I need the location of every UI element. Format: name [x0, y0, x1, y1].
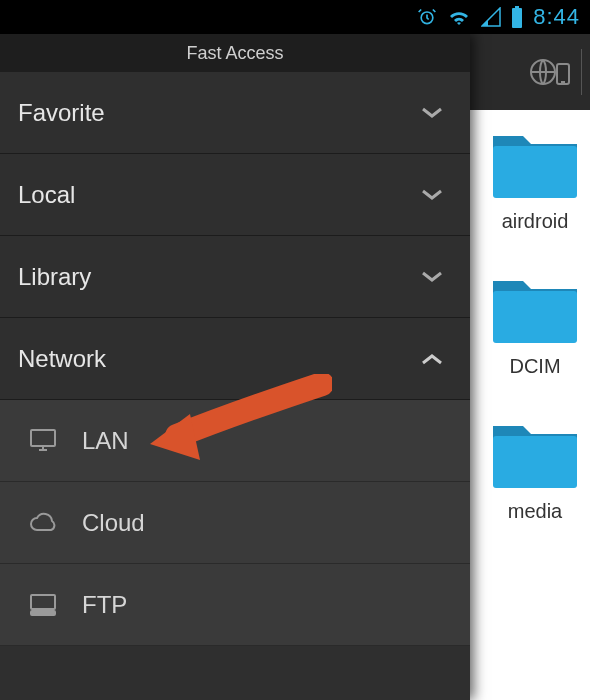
server-icon	[28, 593, 58, 617]
svg-rect-10	[31, 595, 55, 609]
subitem-label: FTP	[82, 591, 127, 619]
folder-icon	[489, 273, 581, 347]
wifi-icon	[447, 7, 471, 27]
subitem-lan[interactable]: LAN	[0, 400, 470, 482]
chevron-up-icon	[420, 352, 444, 366]
navigation-drawer: Fast Access Favorite Local Library Netwo…	[0, 34, 470, 700]
subitem-label: LAN	[82, 427, 129, 455]
svg-rect-6	[493, 146, 577, 198]
svg-rect-8	[493, 436, 577, 488]
section-label: Local	[18, 181, 75, 209]
section-local[interactable]: Local	[0, 154, 470, 236]
cloud-icon	[28, 512, 58, 534]
folder-label: airdroid	[502, 210, 569, 233]
header-divider	[581, 49, 582, 95]
section-network[interactable]: Network	[0, 318, 470, 400]
folder-icon	[489, 128, 581, 202]
svg-rect-2	[512, 8, 522, 28]
svg-rect-11	[31, 611, 55, 615]
status-time: 8:44	[533, 4, 580, 30]
chevron-down-icon	[420, 270, 444, 284]
alarm-icon	[417, 7, 437, 27]
folder-item[interactable]: airdroid	[480, 128, 590, 233]
section-label: Network	[18, 345, 106, 373]
folder-icon	[489, 418, 581, 492]
svg-rect-1	[515, 6, 519, 8]
folder-label: media	[508, 500, 562, 523]
folder-item[interactable]: DCIM	[480, 273, 590, 378]
folder-item[interactable]: media	[480, 418, 590, 523]
network-sublist: LAN Cloud FTP	[0, 400, 470, 646]
status-bar: 8:44	[0, 0, 590, 34]
section-label: Favorite	[18, 99, 105, 127]
section-favorite[interactable]: Favorite	[0, 72, 470, 154]
signal-icon	[481, 7, 501, 27]
monitor-icon	[28, 428, 58, 454]
section-label: Library	[18, 263, 91, 291]
subitem-cloud[interactable]: Cloud	[0, 482, 470, 564]
drawer-title: Fast Access	[0, 34, 470, 72]
subitem-ftp[interactable]: FTP	[0, 564, 470, 646]
globe-device-icon[interactable]	[521, 42, 581, 102]
svg-rect-9	[31, 430, 55, 446]
battery-icon	[511, 6, 523, 28]
subitem-label: Cloud	[82, 509, 145, 537]
chevron-down-icon	[420, 188, 444, 202]
section-library[interactable]: Library	[0, 236, 470, 318]
chevron-down-icon	[420, 106, 444, 120]
folder-label: DCIM	[509, 355, 560, 378]
svg-rect-7	[493, 291, 577, 343]
